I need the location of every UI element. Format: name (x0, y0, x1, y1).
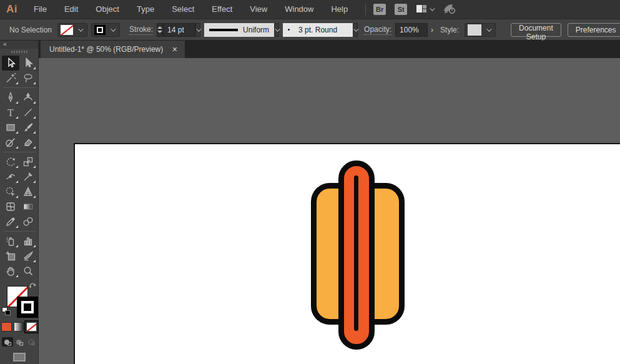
curvature-tool[interactable] (19, 90, 37, 105)
workspace-chevron-icon[interactable] (430, 6, 435, 11)
stroke-weight-stepper[interactable] (157, 23, 163, 37)
draw-inside-button[interactable] (26, 337, 37, 347)
graphic-style-dropdown[interactable] (465, 23, 496, 37)
selection-status: No Selection (9, 26, 52, 34)
pen-tool[interactable] (2, 90, 19, 105)
shaper-tool[interactable] (2, 135, 19, 150)
type-tool[interactable]: T (2, 105, 19, 120)
close-tab-icon[interactable]: ✕ (172, 46, 177, 54)
screen-mode-icon[interactable] (13, 353, 26, 362)
brush-definition-dropdown[interactable]: 3 pt. Round (283, 23, 353, 37)
brush-chevron-icon[interactable] (353, 23, 358, 37)
hot-dog-inner-line-shape[interactable] (354, 175, 358, 331)
paintbrush-tool[interactable] (19, 120, 37, 135)
mesh-tool[interactable] (2, 199, 19, 214)
default-fill-stroke-icon[interactable] (2, 307, 11, 315)
column-graph-tool[interactable] (19, 234, 37, 248)
preferences-button[interactable]: Preferences (568, 23, 620, 37)
column-graph-tool-icon (22, 235, 34, 247)
direct-selection-tool[interactable] (19, 56, 37, 71)
menu-item-view[interactable]: View (241, 0, 276, 19)
rectangle-tool[interactable] (2, 120, 19, 135)
workspace-switcher-icon[interactable] (416, 4, 427, 15)
selection-tool[interactable] (2, 56, 19, 71)
collapse-panel-icon[interactable]: « (3, 41, 7, 47)
menubar-divider (365, 4, 366, 15)
slice-tool[interactable] (19, 248, 37, 263)
stroke-weight-chevron-icon[interactable] (195, 23, 200, 37)
magic-wand-tool[interactable] (2, 71, 19, 86)
main-menus: FileEditObjectTypeSelectEffectViewWindow… (25, 0, 357, 19)
menu-bar: Ai FileEditObjectTypeSelectEffectViewWin… (0, 0, 620, 19)
hand-tool-icon (4, 265, 17, 277)
zoom-tool[interactable] (19, 263, 37, 278)
width-profile-dropdown[interactable]: Uniform (204, 23, 274, 37)
stroke-weight-field[interactable]: 14 pt (163, 23, 195, 37)
line-segment-tool[interactable] (19, 105, 37, 120)
width-profile-chevron-icon[interactable] (274, 23, 279, 37)
eraser-tool[interactable] (19, 135, 37, 150)
eyedropper-tool[interactable] (2, 214, 19, 229)
color-mode-row (1, 322, 37, 332)
puppet-warp-tool[interactable] (19, 169, 37, 184)
rotate-tool[interactable] (2, 154, 19, 169)
app-logo-icon[interactable]: Ai (0, 3, 25, 16)
blend-tool[interactable] (19, 214, 37, 229)
tool-grid: T (2, 56, 37, 278)
menu-item-select[interactable]: Select (163, 0, 203, 19)
opacity-field[interactable]: 100% (395, 23, 428, 37)
gradient-button[interactable] (14, 322, 24, 332)
stroke-swatch[interactable] (17, 297, 38, 318)
tools-panel-header[interactable]: « (0, 41, 38, 49)
opacity-arrow-icon[interactable]: › (428, 26, 436, 34)
brush-dot-icon (288, 29, 290, 31)
canvas-pasteboard[interactable] (39, 58, 620, 364)
menu-item-edit[interactable]: Edit (56, 0, 87, 19)
pen-tool-icon (4, 91, 17, 104)
tool-group-divider (2, 150, 37, 154)
lasso-tool[interactable] (19, 71, 37, 86)
stroke-black-swatch-icon (94, 25, 106, 35)
tools-panel: « T (0, 41, 39, 364)
eraser-tool-icon (22, 136, 34, 149)
perspective-grid-tool[interactable] (19, 184, 37, 199)
tools-panel-grip[interactable] (11, 51, 27, 53)
swap-fill-stroke-icon[interactable] (29, 282, 37, 292)
rotate-tool-icon (4, 155, 17, 168)
brush-definition-value: 3 pt. Round (298, 26, 337, 34)
fill-color-dropdown[interactable] (57, 23, 87, 37)
rectangle-tool-icon (4, 121, 17, 134)
gpu-performance-rocket-icon[interactable] (442, 3, 456, 16)
stroke-chevron-icon (111, 26, 116, 31)
illustrator-window: Ai FileEditObjectTypeSelectEffectViewWin… (0, 0, 620, 364)
slice-tool-icon (22, 250, 34, 262)
bridge-button[interactable]: Br (373, 4, 386, 15)
document-tab[interactable]: Untitled-1* @ 50% (RGB/Preview) ✕ (41, 41, 185, 58)
shape-builder-tool[interactable] (2, 184, 19, 199)
menu-item-file[interactable]: File (25, 0, 56, 19)
menu-item-object[interactable]: Object (87, 0, 128, 19)
menu-item-type[interactable]: Type (128, 0, 163, 19)
line-segment-tool-icon (22, 106, 34, 119)
menu-item-help[interactable]: Help (322, 0, 357, 19)
draw-normal-button[interactable] (2, 337, 13, 347)
menubar-right: Br St (365, 3, 456, 16)
none-button[interactable] (26, 322, 37, 332)
symbol-sprayer-tool[interactable] (2, 234, 19, 248)
shaper-tool-icon (4, 136, 17, 149)
stock-button[interactable]: St (395, 4, 407, 15)
menu-item-window[interactable]: Window (276, 0, 322, 19)
artboard-tool[interactable] (2, 248, 19, 263)
color-button[interactable] (1, 322, 12, 332)
hand-tool[interactable] (2, 263, 19, 278)
stroke-color-dropdown[interactable] (91, 23, 120, 37)
menu-item-effect[interactable]: Effect (203, 0, 241, 19)
document-tab-title: Untitled-1* @ 50% (RGB/Preview) (49, 45, 163, 54)
draw-behind-button[interactable] (14, 337, 25, 347)
gradient-tool[interactable] (19, 199, 37, 214)
document-setup-button[interactable]: Document Setup (511, 23, 561, 37)
opacity-panel-link[interactable]: Opacity: (364, 25, 391, 35)
width-tool[interactable] (2, 169, 19, 184)
scale-tool[interactable] (19, 154, 37, 169)
stroke-panel-link[interactable]: Stroke: (129, 25, 153, 35)
